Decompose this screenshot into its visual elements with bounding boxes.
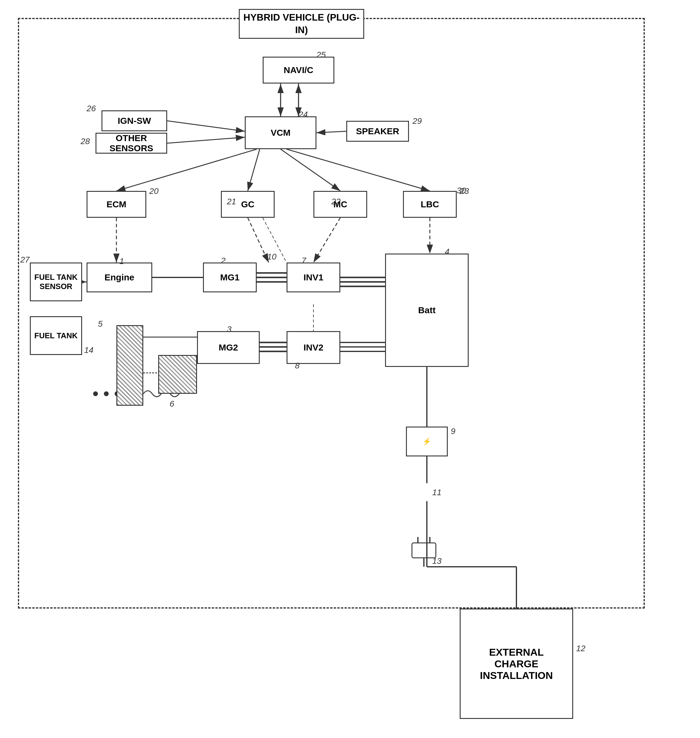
navi-num: 25 bbox=[316, 50, 326, 60]
mg2-box: MG2 bbox=[197, 331, 260, 364]
ecm-label: ECM bbox=[107, 199, 126, 210]
power-split-num: 5 bbox=[98, 319, 103, 329]
other-num: 28 bbox=[81, 136, 90, 146]
inv1-num: 7 bbox=[301, 256, 306, 266]
lbc-num: 23 bbox=[460, 186, 469, 196]
batt-num: 4 bbox=[445, 247, 450, 257]
charger-box: ⚡ bbox=[406, 427, 448, 456]
external-num: 12 bbox=[576, 644, 585, 653]
title-box: HYBRID VEHICLE (PLUG-IN) bbox=[239, 9, 364, 39]
navi-box: NAVI/C bbox=[263, 57, 334, 84]
vehicle-boundary bbox=[18, 18, 645, 609]
inv2-num: 8 bbox=[295, 361, 300, 370]
lbc-label: LBC bbox=[421, 199, 439, 210]
fuel-tank-sensor-label: FUEL TANK SENSOR bbox=[34, 273, 78, 291]
vcm-label: VCM bbox=[271, 128, 291, 138]
external-label: EXTERNAL CHARGE INSTALLATION bbox=[480, 646, 553, 681]
coil-num: 6 bbox=[169, 399, 174, 409]
title-text: HYBRID VEHICLE (PLUG-IN) bbox=[240, 11, 363, 36]
inv2-label: INV2 bbox=[304, 342, 324, 353]
other-box: OTHER SENSORS bbox=[96, 133, 167, 154]
engine-num: 1 bbox=[119, 257, 124, 266]
vcm-box: VCM bbox=[245, 116, 316, 149]
engine-box: Engine bbox=[87, 263, 152, 292]
mg1-box: MG1 bbox=[203, 263, 257, 292]
batt-box: Batt bbox=[385, 254, 469, 367]
engine-label: Engine bbox=[104, 272, 134, 283]
coil-device bbox=[158, 355, 197, 394]
mg1-label: MG1 bbox=[220, 272, 240, 283]
charger-label: ⚡ bbox=[422, 437, 431, 446]
mg2-label: MG2 bbox=[219, 342, 238, 353]
speaker-label: SPEAKER bbox=[356, 126, 399, 136]
lbc-box: LBC bbox=[403, 191, 457, 218]
inv1-label: INV1 bbox=[304, 272, 324, 283]
ecm-num: 20 bbox=[149, 186, 159, 196]
ign-box: IGN-SW bbox=[101, 110, 167, 131]
ign-label: IGN-SW bbox=[118, 116, 151, 126]
external-box: EXTERNAL CHARGE INSTALLATION bbox=[460, 609, 573, 719]
fuel-tank-label: FUEL TANK bbox=[34, 331, 78, 340]
mg1-num: 2 bbox=[221, 256, 226, 266]
fuel-tank-num: 14 bbox=[84, 345, 93, 355]
fuel-tank-sensor-num: 27 bbox=[20, 255, 29, 265]
diagram-container: HYBRID VEHICLE (PLUG-IN) NAVI/C 25 VCM 2… bbox=[0, 0, 700, 738]
ign-num: 26 bbox=[87, 104, 96, 113]
batt-label: Batt bbox=[418, 305, 435, 315]
mg2-num: 3 bbox=[227, 324, 232, 334]
speaker-num: 29 bbox=[413, 116, 422, 126]
charger-num: 9 bbox=[451, 427, 456, 436]
inv1-box: INV1 bbox=[287, 263, 340, 292]
other-label: OTHER SENSORS bbox=[96, 133, 166, 153]
inv2-box: INV2 bbox=[287, 331, 340, 364]
fuel-tank-sensor-box: FUEL TANK SENSOR bbox=[30, 263, 82, 301]
mc-num: 22 bbox=[331, 197, 341, 207]
navi-label: NAVI/C bbox=[284, 65, 313, 75]
power-split-device bbox=[116, 325, 143, 406]
vcm-num: 24 bbox=[299, 110, 308, 119]
ecm-box: ECM bbox=[87, 191, 146, 218]
fuel-tank-box: FUEL TANK bbox=[30, 316, 82, 355]
speaker-box: SPEAKER bbox=[346, 121, 409, 142]
gc-label: GC bbox=[241, 199, 254, 210]
gc-num: 21 bbox=[227, 197, 236, 207]
